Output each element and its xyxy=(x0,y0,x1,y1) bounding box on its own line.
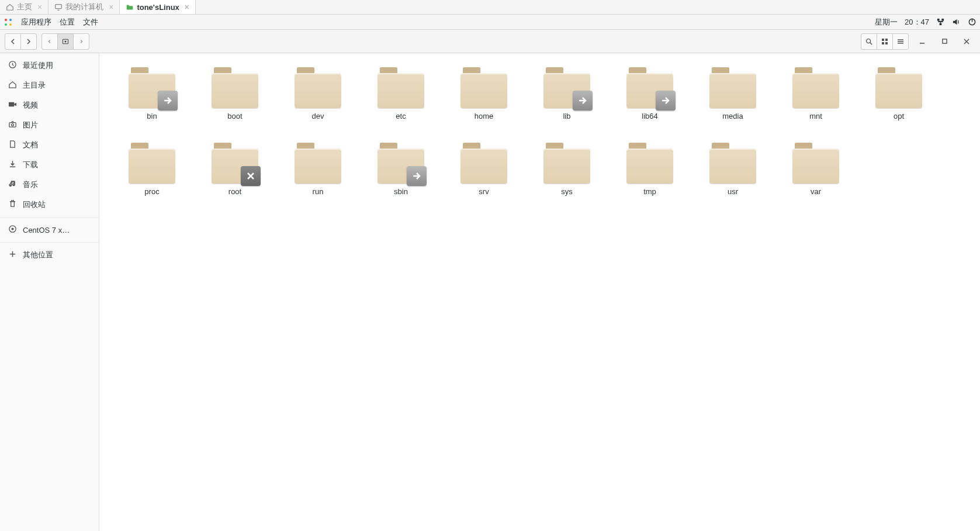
menu-applications[interactable]: 应用程序 xyxy=(21,17,51,27)
folder-item[interactable]: lib64 xyxy=(609,64,691,123)
folder-item[interactable]: bin xyxy=(111,64,193,123)
folder-icon xyxy=(626,142,673,184)
svg-rect-18 xyxy=(9,102,14,107)
folder-label: dev xyxy=(312,112,324,120)
back-button[interactable] xyxy=(5,33,21,50)
folder-item[interactable]: dev xyxy=(277,64,359,123)
sidebar-item-label: 回收站 xyxy=(23,199,46,210)
nav-group xyxy=(5,33,37,50)
svg-point-1 xyxy=(5,19,7,21)
svg-rect-7 xyxy=(940,23,942,25)
path-prev-button[interactable] xyxy=(41,33,58,50)
path-root-button[interactable] xyxy=(57,33,74,50)
folder-item[interactable]: run xyxy=(277,139,359,198)
folder-icon xyxy=(378,142,424,184)
sidebar-item-doc[interactable]: 文档 xyxy=(0,135,99,155)
folder-item[interactable]: sbin xyxy=(360,139,442,198)
folder-item[interactable]: mnt xyxy=(775,64,857,123)
folder-item[interactable]: etc xyxy=(360,64,442,123)
svg-point-2 xyxy=(9,19,12,21)
menu-places[interactable]: 位置 xyxy=(60,17,75,27)
folder-item[interactable]: tmp xyxy=(609,139,691,198)
sidebar-item-download[interactable]: 下载 xyxy=(0,155,99,175)
forward-button[interactable] xyxy=(20,33,37,50)
window-tab-home[interactable]: 主页 × xyxy=(0,0,49,14)
svg-point-3 xyxy=(5,23,7,26)
clock-icon xyxy=(8,60,17,71)
close-icon[interactable]: × xyxy=(37,2,42,12)
folder-item[interactable]: srv xyxy=(443,139,525,198)
window-tab-label: tone'sLinux xyxy=(137,3,179,12)
svg-point-21 xyxy=(10,185,12,187)
symlink-badge-icon xyxy=(573,91,593,111)
sidebar-item-label: 视频 xyxy=(23,100,38,111)
folder-item[interactable]: home xyxy=(443,64,525,123)
window-tab-computer[interactable]: 我的计算机 × xyxy=(49,0,120,14)
sidebar-item-trash[interactable]: 回收站 xyxy=(0,195,99,215)
folder-label: lib xyxy=(563,112,570,120)
folder-icon xyxy=(792,66,839,108)
folder-item[interactable]: media xyxy=(692,64,774,123)
content-area: 最近使用主目录视频图片文档下载音乐回收站CentOS 7 x…其他位置 binb… xyxy=(0,53,980,531)
menu-files[interactable]: 文件 xyxy=(83,17,98,27)
doc-icon xyxy=(8,140,17,150)
sidebar-item-camera[interactable]: 图片 xyxy=(0,115,99,135)
folder-icon xyxy=(543,66,590,108)
separator xyxy=(0,217,99,218)
clock-date: 星期一 xyxy=(875,17,898,27)
path-next-button[interactable] xyxy=(73,33,89,50)
sidebar-item-video[interactable]: 视频 xyxy=(0,95,99,115)
menu-bar: 应用程序 位置 文件 星期一 20：47 xyxy=(0,15,980,30)
sidebar-item-music[interactable]: 音乐 xyxy=(0,175,99,195)
close-icon[interactable]: × xyxy=(185,2,189,12)
music-icon xyxy=(8,180,17,190)
window-tab-label: 我的计算机 xyxy=(65,2,103,12)
network-icon[interactable] xyxy=(936,18,945,26)
window-tab-linux[interactable]: tone'sLinux × xyxy=(120,0,196,14)
search-button[interactable] xyxy=(861,33,877,50)
icon-view-button[interactable] xyxy=(877,33,893,50)
svg-rect-6 xyxy=(941,19,944,21)
home-icon xyxy=(8,80,17,91)
clock-time: 20：47 xyxy=(905,17,929,27)
folder-label: lib64 xyxy=(642,112,657,120)
maximize-button[interactable] xyxy=(936,33,953,50)
svg-point-10 xyxy=(65,40,67,42)
folder-item[interactable]: proc xyxy=(111,139,193,198)
sidebar-item-home[interactable]: 主目录 xyxy=(0,75,99,95)
video-icon xyxy=(8,100,17,111)
svg-rect-14 xyxy=(882,42,884,44)
folder-item[interactable]: var xyxy=(775,139,857,198)
sidebar-item-label: 其他位置 xyxy=(23,250,53,260)
sidebar-item-label: 音乐 xyxy=(23,180,38,190)
sidebar-item-other[interactable]: 其他位置 xyxy=(0,245,99,265)
folder-item[interactable]: boot xyxy=(194,64,276,123)
menu-button[interactable] xyxy=(892,33,909,50)
sidebar-item-disc[interactable]: CentOS 7 x… xyxy=(0,220,99,240)
separator xyxy=(0,242,99,243)
folder-icon xyxy=(295,142,341,184)
power-icon[interactable] xyxy=(968,18,976,26)
folder-item[interactable]: root xyxy=(194,139,276,198)
symlink-badge-icon xyxy=(407,166,427,186)
monitor-icon xyxy=(54,3,63,11)
window-tab-bar: 主页 × 我的计算机 × tone'sLinux × xyxy=(0,0,980,15)
folder-item[interactable]: opt xyxy=(858,64,940,123)
svg-point-24 xyxy=(12,228,13,230)
sidebar-item-clock[interactable]: 最近使用 xyxy=(0,56,99,75)
close-button[interactable] xyxy=(958,33,975,50)
folder-icon xyxy=(709,142,756,184)
folder-item[interactable]: usr xyxy=(692,139,774,198)
folder-icon xyxy=(626,66,673,108)
folder-item[interactable]: lib xyxy=(526,64,608,123)
folder-icon xyxy=(378,66,424,108)
folder-item[interactable]: sys xyxy=(526,139,608,198)
folder-icon xyxy=(460,66,507,108)
view-group xyxy=(861,33,909,50)
noaccess-badge-icon xyxy=(241,166,261,186)
svg-rect-16 xyxy=(942,39,946,43)
folder-label: var xyxy=(811,187,821,196)
minimize-button[interactable] xyxy=(913,33,931,50)
close-icon[interactable]: × xyxy=(109,2,113,12)
volume-icon[interactable] xyxy=(952,18,961,26)
